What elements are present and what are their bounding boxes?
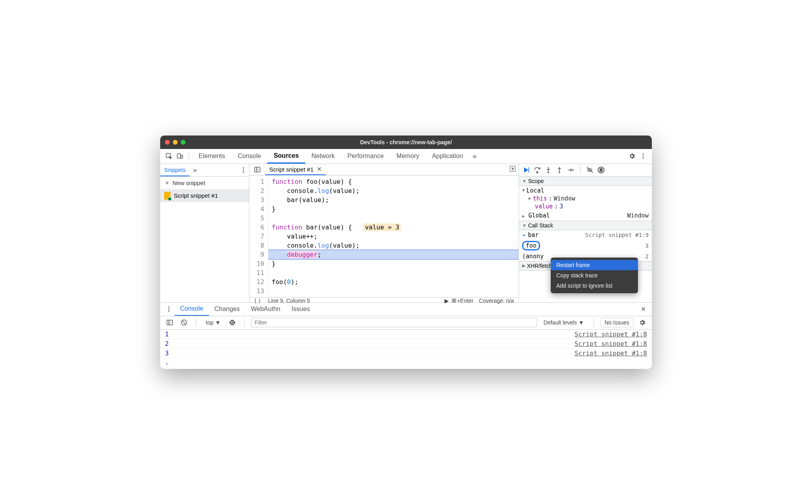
scope-section-header[interactable]: ▼ Scope: [519, 177, 652, 186]
ctx-copy-stack[interactable]: Copy stack trace: [551, 270, 638, 281]
svg-rect-2: [181, 155, 183, 158]
debug-toolbar: [519, 164, 652, 177]
tab-console[interactable]: Console: [232, 149, 268, 164]
no-issues-button[interactable]: No Issues: [600, 318, 634, 327]
drawer-close-icon[interactable]: ✕: [638, 304, 649, 315]
drawer-tabs: Console Changes WebAuthn Issues ✕: [160, 303, 652, 316]
drawer-tab-webauthn[interactable]: WebAuthn: [245, 303, 286, 316]
inline-value-annotation: value = 3: [363, 223, 401, 231]
stack-frame-foo[interactable]: foo 3: [519, 240, 652, 252]
run-play-icon[interactable]: ▶: [444, 298, 449, 304]
svg-point-22: [169, 309, 170, 310]
tab-performance[interactable]: Performance: [341, 149, 390, 164]
run-shortcut: ⌘+Enter: [451, 298, 473, 304]
window-title: DevTools - chrome://new-tab-page/: [160, 139, 652, 145]
editor-file-tab[interactable]: Script snippet #1 ✕: [265, 164, 326, 175]
editor-file-name: Script snippet #1: [269, 166, 314, 173]
sidebar-tabs: Snippets »: [160, 164, 249, 177]
triangle-down-icon: ▼: [522, 223, 527, 228]
svg-point-21: [169, 306, 170, 307]
step-over-icon[interactable]: [532, 165, 542, 175]
console-message[interactable]: 3 Script snippet #1:8: [160, 349, 652, 358]
ctx-ignore-list[interactable]: Add script to ignore list: [551, 281, 638, 291]
step-out-icon[interactable]: [555, 165, 564, 175]
live-expression-icon[interactable]: [227, 317, 238, 328]
inspect-element-icon[interactable]: [163, 151, 174, 162]
deactivate-breakpoints-icon[interactable]: [585, 165, 595, 175]
devtools-window: DevTools - chrome://new-tab-page/ Elemen…: [160, 136, 652, 369]
debugger-sidebar: ▼ Scope ▼Local ▶this: Window value: 3 ▶ …: [519, 164, 652, 302]
code-area[interactable]: 12345678910111213 function foo(value) { …: [249, 176, 519, 297]
step-into-icon[interactable]: [544, 165, 553, 175]
svg-point-14: [548, 172, 549, 173]
svg-rect-20: [601, 169, 602, 172]
svg-point-5: [643, 158, 644, 159]
code-editor: Script snippet #1 ✕ 12345678910111213 fu…: [249, 164, 519, 302]
svg-rect-1: [177, 154, 180, 158]
callstack-section-header[interactable]: ▼ Call Stack: [519, 221, 652, 230]
coverage-status: Coverage: n/a: [479, 298, 514, 304]
line-gutter: 12345678910111213: [249, 176, 268, 297]
svg-point-16: [573, 169, 574, 170]
console-source-link[interactable]: Script snippet #1:8: [575, 340, 647, 347]
tab-memory[interactable]: Memory: [390, 149, 426, 164]
scope-value[interactable]: value: 3: [519, 202, 652, 210]
console-message[interactable]: 2 Script snippet #1:8: [160, 339, 652, 349]
drawer-kebab-icon[interactable]: [163, 304, 174, 315]
new-snippet-button[interactable]: ＋ New snippet: [160, 177, 249, 189]
call-stack-list: ➔ bar Script snippet #1:9 foo 3 (anony 2: [519, 230, 652, 261]
log-levels-selector[interactable]: Default levels▼: [540, 318, 587, 327]
filter-input[interactable]: [251, 318, 537, 327]
new-snippet-label: New snippet: [172, 179, 205, 186]
console-source-link[interactable]: Script snippet #1:8: [575, 349, 647, 357]
tab-sources[interactable]: Sources: [267, 149, 305, 164]
svg-rect-12: [529, 167, 529, 172]
sidebar-kebab-icon[interactable]: [238, 164, 249, 176]
svg-point-28: [232, 322, 234, 324]
tab-elements[interactable]: Elements: [192, 149, 232, 164]
close-tab-icon[interactable]: ✕: [317, 166, 322, 173]
context-menu: Restart frame Copy stack trace Add scrip…: [551, 258, 638, 293]
svg-point-23: [169, 311, 170, 312]
svg-point-15: [559, 172, 560, 173]
tab-application[interactable]: Application: [426, 149, 469, 164]
console-settings-icon[interactable]: [637, 317, 648, 328]
sources-panel: Snippets » ＋ New snippet Script snippet …: [160, 164, 652, 303]
context-selector[interactable]: top▼: [203, 318, 224, 327]
scope-local[interactable]: ▼Local: [519, 187, 652, 195]
scope-this[interactable]: ▶this: Window: [519, 195, 652, 202]
titlebar: DevTools - chrome://new-tab-page/: [160, 136, 652, 149]
console-message[interactable]: 1 Script snippet #1:8: [160, 330, 652, 339]
current-frame-arrow-icon: ➔: [522, 232, 525, 238]
minimize-window-icon[interactable]: [173, 140, 178, 145]
snippet-item[interactable]: Script snippet #1: [160, 189, 249, 202]
clear-console-icon[interactable]: [178, 317, 190, 328]
settings-icon[interactable]: [626, 151, 638, 162]
run-snippet-outline-icon[interactable]: [509, 165, 516, 174]
drawer-tab-issues[interactable]: Issues: [286, 303, 315, 316]
toggle-navigator-icon[interactable]: [252, 164, 263, 175]
console-prompt[interactable]: ›: [160, 358, 652, 369]
ctx-restart-frame[interactable]: Restart frame: [551, 260, 638, 270]
drawer-tab-changes[interactable]: Changes: [209, 303, 245, 316]
console-source-link[interactable]: Script snippet #1:8: [575, 330, 647, 338]
snippet-item-label: Script snippet #1: [174, 192, 218, 199]
stack-frame-bar[interactable]: ➔ bar Script snippet #1:9: [519, 230, 652, 240]
scope-tree: ▼Local ▶this: Window value: 3: [519, 186, 652, 211]
sidebar-more-icon[interactable]: »: [193, 166, 197, 174]
svg-point-6: [243, 167, 244, 168]
step-icon[interactable]: [566, 165, 575, 175]
resume-icon[interactable]: [521, 165, 531, 175]
tab-snippets[interactable]: Snippets: [160, 164, 190, 176]
maximize-window-icon[interactable]: [181, 140, 186, 145]
triangle-down-icon: ▼: [522, 179, 527, 183]
drawer-tab-console[interactable]: Console: [174, 303, 209, 316]
pause-exceptions-icon[interactable]: [596, 165, 606, 175]
kebab-menu-icon[interactable]: [638, 151, 649, 162]
tab-network[interactable]: Network: [305, 149, 341, 164]
scope-global[interactable]: ▶ Global Window: [519, 211, 652, 221]
more-tabs-icon[interactable]: »: [473, 152, 477, 160]
close-window-icon[interactable]: [165, 140, 170, 145]
console-sidebar-toggle-icon[interactable]: [164, 317, 175, 328]
device-toggle-icon[interactable]: [174, 151, 186, 162]
